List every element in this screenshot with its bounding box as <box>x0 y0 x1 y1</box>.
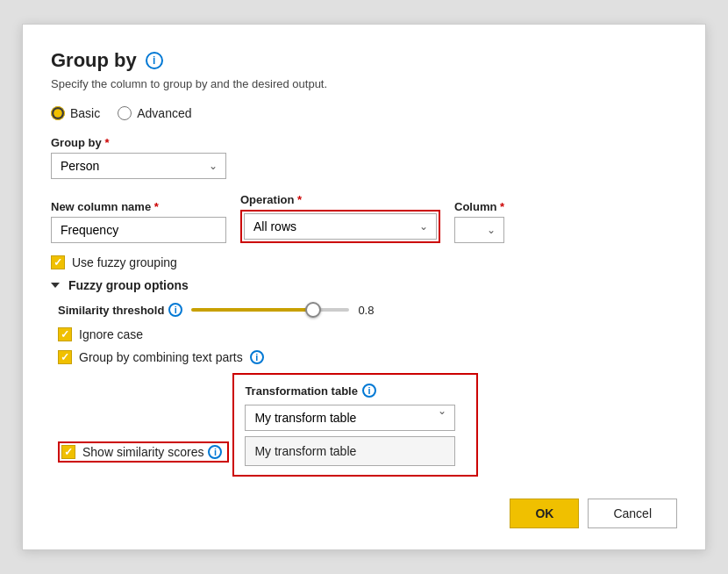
ignore-case-label: Ignore case <box>79 327 143 341</box>
combining-info-icon[interactable]: i <box>250 350 264 364</box>
transform-info-icon[interactable]: i <box>362 384 376 398</box>
operation-select[interactable]: All rows <box>244 213 437 240</box>
group-by-dialog: Group by i Specify the column to group b… <box>22 24 706 550</box>
threshold-row: Similarity threshold i 0.8 <box>58 303 677 317</box>
transform-dropdown-option[interactable]: My transform table <box>245 436 455 466</box>
fuzzy-options-header[interactable]: Fuzzy group options <box>51 278 677 292</box>
show-similarity-highlighted: Show similarity scores i <box>58 441 229 463</box>
ignore-case-checkbox[interactable] <box>58 327 72 341</box>
required-star-1: * <box>104 136 109 149</box>
group-by-select[interactable]: Person <box>51 153 226 179</box>
use-fuzzy-row: Use fuzzy grouping <box>51 255 677 269</box>
basic-radio[interactable] <box>51 106 65 120</box>
transform-select-wrapper: My transform table ⌄ <box>245 405 455 431</box>
slider-container: 0.8 <box>191 304 379 317</box>
basic-radio-label[interactable]: Basic <box>51 106 100 120</box>
required-star-3: * <box>297 193 302 206</box>
dialog-subtitle: Specify the column to group by and the d… <box>51 77 677 90</box>
operation-field: Operation * All rows ⌄ <box>240 193 440 243</box>
fuzzy-options-content: Similarity threshold i 0.8 Ignore case G… <box>58 303 677 487</box>
basic-label: Basic <box>70 106 100 120</box>
new-column-input[interactable] <box>51 217 226 243</box>
group-by-field: Group by * Person ⌄ <box>51 136 677 179</box>
transform-select[interactable]: My transform table <box>245 405 455 431</box>
group-by-select-wrapper: Person ⌄ <box>51 153 226 179</box>
ok-button[interactable]: OK <box>510 499 579 528</box>
show-similarity-info-icon[interactable]: i <box>208 445 222 459</box>
required-star-2: * <box>154 200 159 213</box>
column-label: Column * <box>454 200 504 213</box>
new-column-label: New column name * <box>51 200 226 213</box>
use-fuzzy-label: Use fuzzy grouping <box>72 255 177 269</box>
advanced-radio[interactable] <box>118 106 132 120</box>
similarity-slider[interactable] <box>191 308 349 312</box>
operation-select-wrapper: All rows ⌄ <box>244 213 437 240</box>
use-fuzzy-checkbox[interactable] <box>51 255 65 269</box>
column-field: Column * ⌄ <box>454 200 504 243</box>
dialog-title: Group by <box>51 49 137 72</box>
group-by-field-label: Group by * <box>51 136 677 149</box>
operation-label: Operation * <box>240 193 440 206</box>
advanced-label: Advanced <box>137 106 191 120</box>
slider-value: 0.8 <box>358 304 379 317</box>
title-info-icon[interactable]: i <box>146 52 163 69</box>
fuzzy-options-chevron-icon <box>51 283 60 288</box>
column-select[interactable] <box>454 217 504 243</box>
group-combining-label: Group by combining text parts <box>79 350 243 364</box>
mode-radio-group: Basic Advanced <box>51 106 677 120</box>
show-similarity-checkbox[interactable] <box>61 445 75 459</box>
advanced-radio-label[interactable]: Advanced <box>118 106 191 120</box>
show-similarity-label: Show similarity scores <box>82 445 203 459</box>
bottom-actions: OK Cancel <box>510 499 677 528</box>
group-combining-checkbox[interactable] <box>58 350 72 364</box>
operation-highlighted: All rows ⌄ <box>240 210 440 243</box>
transformation-table-label: Transformation table i <box>245 384 466 398</box>
transformation-section-highlighted: Transformation table i My transform tabl… <box>232 373 478 477</box>
cancel-button[interactable]: Cancel <box>588 499 677 528</box>
columns-row: New column name * Operation * All rows ⌄ <box>51 193 677 243</box>
threshold-info-icon[interactable]: i <box>168 303 182 317</box>
ignore-case-row: Ignore case <box>58 327 677 341</box>
column-select-wrapper: ⌄ <box>454 217 504 243</box>
dialog-title-row: Group by i <box>51 49 677 72</box>
threshold-label: Similarity threshold i <box>58 303 182 317</box>
required-star-4: * <box>500 200 504 213</box>
group-combining-row: Group by combining text parts i <box>58 350 677 364</box>
new-column-field: New column name * <box>51 200 226 243</box>
